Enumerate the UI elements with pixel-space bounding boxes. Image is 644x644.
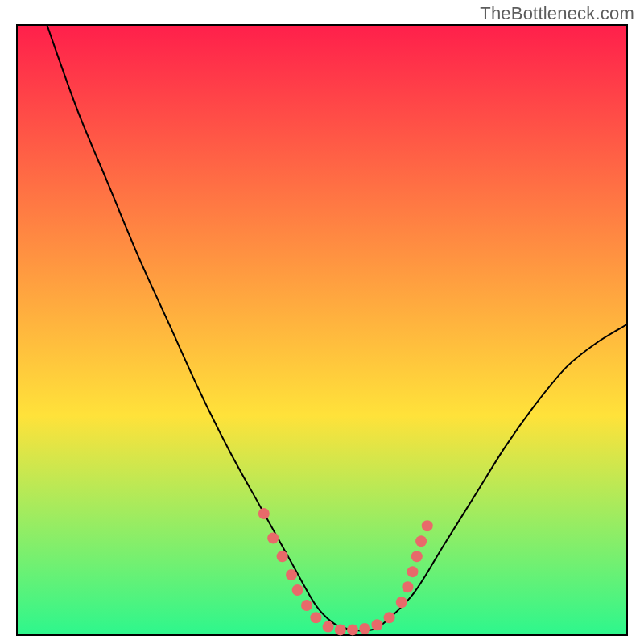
- highlight-point: [258, 508, 270, 519]
- highlight-point: [301, 600, 312, 611]
- highlight-point: [384, 612, 395, 623]
- chart-svg: [16, 24, 628, 636]
- highlight-point: [411, 551, 423, 562]
- highlight-point: [310, 612, 321, 623]
- highlight-point: [422, 520, 433, 531]
- watermark-label: TheBottleneck.com: [480, 3, 634, 24]
- highlight-point: [323, 621, 334, 633]
- highlight-point: [371, 619, 382, 630]
- highlight-point: [335, 624, 346, 635]
- highlight-point: [396, 597, 407, 608]
- gradient-background: [16, 24, 628, 636]
- highlight-point: [286, 569, 297, 580]
- highlight-point: [407, 566, 418, 577]
- highlight-point: [267, 532, 279, 543]
- highlight-point: [277, 551, 288, 562]
- highlight-point: [347, 624, 358, 635]
- highlight-point: [415, 535, 427, 547]
- plot-area: [16, 24, 628, 636]
- highlight-point: [292, 584, 303, 596]
- highlight-point: [359, 623, 370, 634]
- highlight-point: [402, 581, 413, 592]
- chart-frame: TheBottleneck.com: [0, 0, 644, 644]
